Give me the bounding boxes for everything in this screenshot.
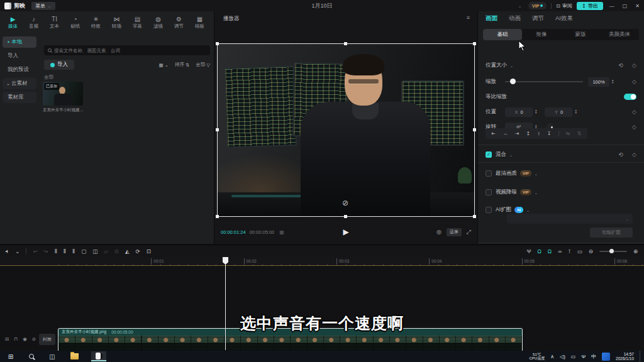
subtab-basic[interactable]: 基础 <box>483 29 522 40</box>
sort-button[interactable]: 排序 ⇅ <box>175 62 189 68</box>
media-tab-transition[interactable]: ⋈转场 <box>106 13 127 32</box>
hd-checkbox[interactable] <box>486 170 492 177</box>
panel-caret-icon[interactable]: ⌄ <box>516 3 524 9</box>
media-tab-filters[interactable]: ◍滤镜 <box>148 13 169 32</box>
sidebar-item-local[interactable]: •本地 <box>3 36 36 48</box>
media-tab-sticker[interactable]: ◔贴纸 <box>65 13 86 32</box>
in-out-range-icon[interactable]: ▭ <box>577 248 582 255</box>
align-left-icon[interactable]: ⇤ <box>492 131 496 136</box>
stepper-down-icon[interactable]: ▼ <box>574 112 577 114</box>
face-preview-icon[interactable]: ◎ <box>436 229 441 235</box>
align-bottom-icon[interactable]: ↧ <box>547 131 552 136</box>
position-x-field[interactable]: X 0 <box>505 107 533 117</box>
ai-generate-button[interactable]: 智能扩图 <box>590 228 633 238</box>
align-right-icon[interactable]: ⇥ <box>515 131 519 136</box>
chevron-down-icon[interactable]: ⌄ <box>535 172 538 176</box>
scale-value[interactable]: 100% <box>588 77 609 87</box>
tab-picture[interactable]: 画面 <box>486 14 497 23</box>
reset-icon[interactable]: ⟲ <box>619 151 624 158</box>
selection-handle[interactable] <box>216 215 219 218</box>
select-tool-icon[interactable]: ➤ <box>3 248 11 255</box>
task-view-icon[interactable]: ◫ <box>42 353 63 360</box>
selection-handle[interactable] <box>473 128 476 131</box>
toggle-visibility-icon[interactable]: ◉ <box>23 336 27 342</box>
linkage-icon[interactable]: ∞ <box>558 248 562 255</box>
auto-snap-icon[interactable]: Ω <box>548 248 552 255</box>
subtab-beauty[interactable]: 美颜美体 <box>600 29 639 40</box>
zoom-out-icon[interactable]: ⊖ <box>589 248 593 255</box>
zoom-slider-knob[interactable] <box>609 249 614 253</box>
media-tab-text[interactable]: TI文本 <box>44 13 65 32</box>
media-tab-audio[interactable]: ♪音频 <box>23 13 44 32</box>
keyframe-icon[interactable]: ◇ <box>632 62 636 69</box>
collapse-track-icon[interactable]: ⊟ <box>5 336 9 342</box>
align-center-h-icon[interactable]: ↔ <box>502 131 508 136</box>
scale-slider[interactable] <box>505 81 583 82</box>
close-button[interactable]: ✕ <box>633 3 641 9</box>
freeze-frame-icon[interactable]: ◫ <box>92 248 97 255</box>
playhead[interactable] <box>223 257 228 350</box>
split-right-icon[interactable]: Ⅱ <box>72 248 75 255</box>
media-tab-adjust[interactable]: ⚙调节 <box>169 13 189 32</box>
export-button[interactable]: ↥ 导出 <box>577 2 603 10</box>
media-tab-effects[interactable]: ✳特效 <box>86 13 106 32</box>
keyframe-icon[interactable]: ◇ <box>632 151 636 158</box>
keyframe-icon[interactable]: ◇ <box>632 79 636 85</box>
lock-track-icon[interactable]: ⊓ <box>14 336 18 342</box>
start-button[interactable]: ⊞ <box>0 353 21 360</box>
selection-handle[interactable] <box>473 215 476 218</box>
player-menu-icon[interactable]: ≡ <box>467 14 470 21</box>
filter-button[interactable]: 全部 ▽ <box>196 62 210 68</box>
video-preview[interactable]: ⊘ <box>218 44 474 216</box>
fit-screen-button[interactable]: 适屏 <box>447 228 462 236</box>
tab-ai-effects[interactable]: AI效果 <box>555 14 573 23</box>
maximize-button[interactable]: ▢ <box>621 3 630 9</box>
position-y-field[interactable]: Y 0 <box>545 107 572 117</box>
fullscreen-icon[interactable]: ⤢ <box>467 229 471 236</box>
align-center-v-icon[interactable]: ↕ <box>537 131 540 136</box>
cpu-temp-widget[interactable]: 51℃ CPU温度 <box>529 353 545 361</box>
sidebar-item-presets[interactable]: 我的预设 <box>3 64 36 75</box>
selection-handle[interactable] <box>344 215 347 218</box>
subtab-mask[interactable]: 蒙版 <box>561 29 600 40</box>
scale-stepper[interactable]: ▲ ▼ <box>611 79 614 84</box>
volume-icon[interactable]: ◁) <box>560 354 565 359</box>
reset-icon[interactable]: ⟲ <box>619 62 624 69</box>
search-input[interactable] <box>54 48 206 53</box>
timeline-zoom-slider[interactable] <box>599 251 627 252</box>
timeline-ruler[interactable]: 00:0100:0200:0300:0400:0500:06 <box>0 257 644 266</box>
view-mode-button[interactable]: ▦ ⌄ <box>159 62 169 68</box>
media-item-thumbnail[interactable]: 已添加 <box>43 82 83 106</box>
media-tab-captions[interactable]: ▤字幕 <box>127 13 148 32</box>
tab-animation[interactable]: 动画 <box>509 14 521 23</box>
file-explorer-icon[interactable] <box>70 353 79 359</box>
news-widget-icon[interactable] <box>602 353 610 361</box>
position-y-stepper[interactable]: ▲ ▼ <box>574 109 577 114</box>
uniform-scale-toggle[interactable] <box>624 94 636 100</box>
chevron-down-icon[interactable]: ⌄ <box>535 190 538 195</box>
mute-track-icon[interactable]: ⊘ <box>32 336 36 342</box>
ime-indicator[interactable]: 中 <box>591 353 596 360</box>
ai-expand-checkbox[interactable] <box>486 207 492 213</box>
tray-expand-icon[interactable]: ∧ <box>550 354 554 359</box>
cover-button[interactable]: 封面 <box>39 334 55 345</box>
align-top-icon[interactable]: ↥ <box>526 131 531 136</box>
tab-adjust[interactable]: 调节 <box>532 14 544 23</box>
clock[interactable]: 14:57 2026/1/10 <box>616 352 634 361</box>
selection-handle[interactable] <box>216 128 219 131</box>
display-icon[interactable]: ▭ <box>571 354 576 359</box>
preview-axis-icon[interactable]: ⊺ <box>568 248 570 255</box>
scale-slider-knob[interactable] <box>510 79 516 84</box>
media-tab-media[interactable]: ▶媒体 <box>3 13 23 32</box>
vip-badge[interactable]: VIP <box>528 2 547 9</box>
microphone-icon[interactable]: Ψ <box>581 354 586 359</box>
selection-handle[interactable] <box>473 42 476 45</box>
main-track-magnet-icon[interactable]: Ω <box>538 248 541 255</box>
select-caret-icon[interactable]: ⌄ <box>15 248 19 255</box>
rotate-icon[interactable]: ⟳ <box>136 248 140 255</box>
selection-handle[interactable] <box>216 42 219 45</box>
sidebar-item-cloud[interactable]: ▸云素材 <box>3 78 36 89</box>
minimize-button[interactable]: — <box>608 3 616 9</box>
ai-expand-dropdown[interactable]: ⌄ <box>507 214 633 224</box>
taskbar-search-icon[interactable] <box>29 354 34 359</box>
